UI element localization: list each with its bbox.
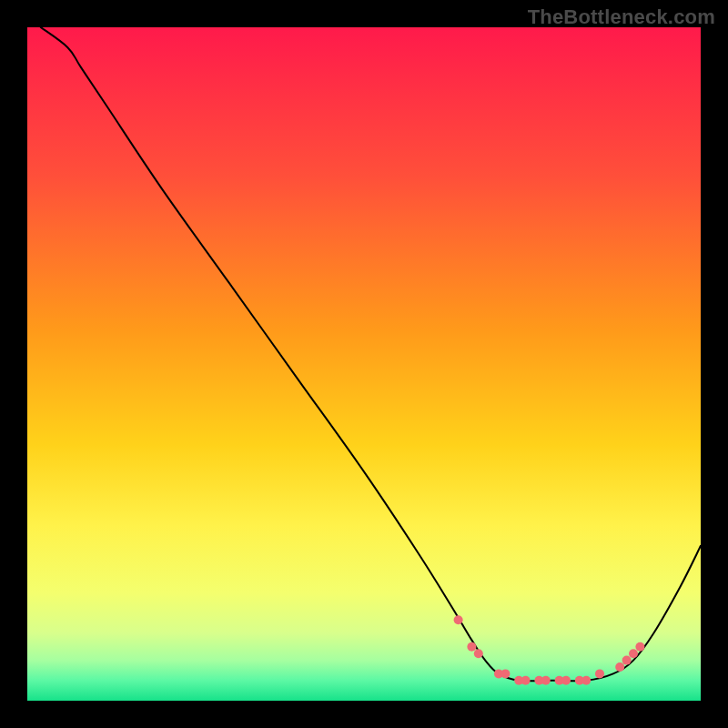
marker-dots — [454, 615, 645, 685]
marker-dot — [595, 669, 604, 678]
curve-layer — [27, 27, 701, 701]
chart-frame: TheBottleneck.com — [0, 0, 728, 728]
marker-dot — [474, 649, 483, 658]
marker-dot — [561, 676, 571, 685]
marker-dot — [635, 642, 644, 652]
bottleneck-curve — [41, 27, 701, 681]
marker-dot — [629, 649, 638, 658]
marker-dot — [581, 676, 591, 685]
marker-dot — [467, 642, 476, 652]
marker-dot — [622, 656, 632, 665]
marker-dot — [521, 676, 531, 685]
marker-dot — [615, 662, 624, 672]
marker-dot — [541, 676, 551, 685]
plot-area — [27, 27, 701, 701]
marker-dot — [500, 669, 510, 678]
marker-dot — [454, 615, 463, 624]
watermark-text: TheBottleneck.com — [528, 5, 715, 29]
